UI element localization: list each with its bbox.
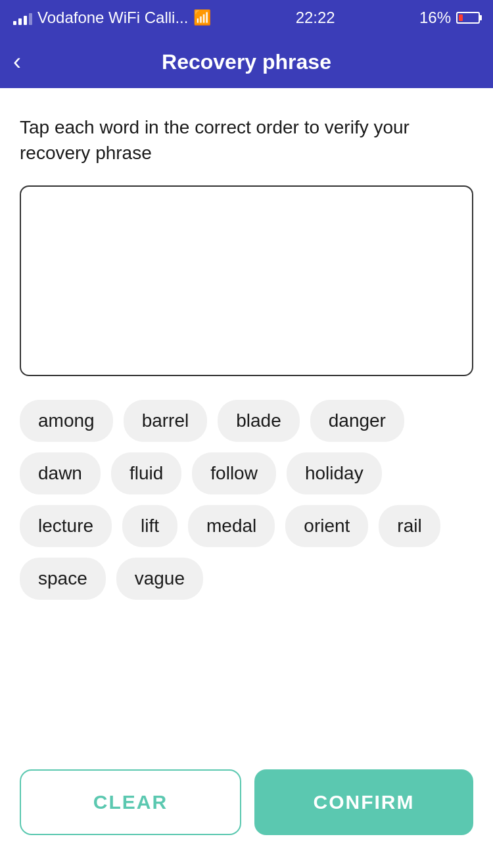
word-chip[interactable]: medal — [188, 505, 275, 547]
time-label: 22:22 — [296, 9, 335, 27]
back-button[interactable]: ‹ — [13, 48, 21, 76]
word-chip[interactable]: rail — [379, 505, 440, 547]
confirm-button[interactable]: CONFIRM — [254, 769, 473, 835]
battery-percent: 16% — [419, 9, 451, 27]
main-content: Tap each word in the correct order to ve… — [0, 88, 493, 750]
word-chip[interactable]: space — [20, 558, 106, 600]
word-chip[interactable]: among — [20, 400, 113, 442]
word-chip[interactable]: follow — [192, 452, 276, 494]
word-chips-container: amongbarrelbladedangerdawnfluidfollowhol… — [20, 400, 473, 600]
word-chip[interactable]: blade — [218, 400, 300, 442]
word-chip[interactable]: danger — [310, 400, 404, 442]
battery-icon — [456, 12, 480, 24]
instruction-text: Tap each word in the correct order to ve… — [20, 114, 473, 166]
status-left: Vodafone WiFi Calli... 📶 — [13, 9, 211, 27]
back-icon: ‹ — [13, 48, 21, 76]
word-chip[interactable]: fluid — [111, 452, 181, 494]
word-chip[interactable]: orient — [285, 505, 368, 547]
page-title: Recovery phrase — [162, 50, 331, 74]
word-chip[interactable]: dawn — [20, 452, 101, 494]
header: ‹ Recovery phrase — [0, 36, 493, 88]
word-input-area[interactable] — [20, 185, 473, 376]
status-right: 16% — [419, 9, 480, 27]
signal-icon — [13, 11, 32, 25]
word-chip[interactable]: holiday — [287, 452, 382, 494]
wifi-icon: 📶 — [193, 9, 211, 26]
status-bar: Vodafone WiFi Calli... 📶 22:22 16% — [0, 0, 493, 36]
word-chip[interactable]: lift — [122, 505, 177, 547]
clear-button[interactable]: CLEAR — [20, 769, 241, 835]
carrier-label: Vodafone WiFi Calli... — [37, 9, 188, 27]
word-chip[interactable]: vague — [116, 558, 203, 600]
word-chip[interactable]: barrel — [124, 400, 208, 442]
bottom-buttons: CLEAR CONFIRM — [0, 750, 493, 868]
word-chip[interactable]: lecture — [20, 505, 112, 547]
